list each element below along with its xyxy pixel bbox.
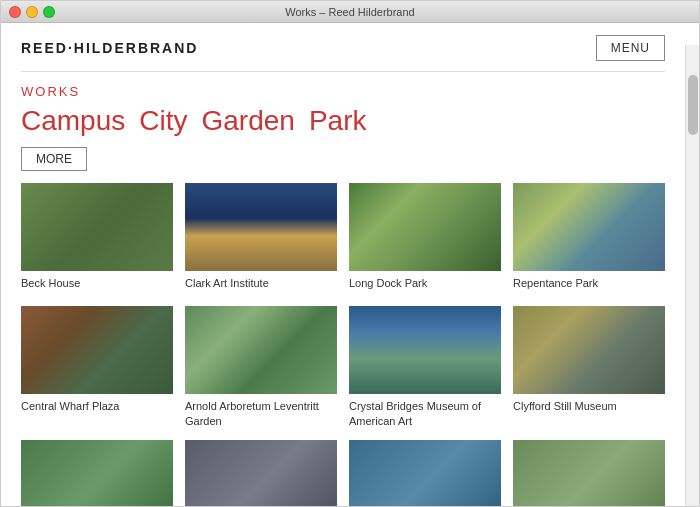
project-grid-row2: Central Wharf Plaza Arnold Arboretum Lev… [21,306,665,428]
project-item-repentance[interactable]: Repentance Park [513,183,665,290]
project-item-b2[interactable] [185,440,337,506]
project-image-beck [21,183,173,271]
project-item-clark[interactable]: Clark Art Institute [185,183,337,290]
title-bar: Works – Reed Hilderbrand [1,1,699,23]
project-item-beck[interactable]: Beck House [21,183,173,290]
project-item-b3[interactable] [349,440,501,506]
project-image-longdock [349,183,501,271]
project-image-clyfford [513,306,665,394]
more-button[interactable]: MORE [21,147,87,171]
category-city[interactable]: City [139,105,187,137]
project-item-crystal[interactable]: Crystal Bridges Museum of American Art [349,306,501,428]
project-image-repentance [513,183,665,271]
project-label-wharf: Central Wharf Plaza [21,399,173,413]
window-controls [9,6,55,18]
page-content: REED·HILDERBRAND MENU WORKS Campus City … [1,23,685,506]
project-label-repentance: Repentance Park [513,276,665,290]
site-header: REED·HILDERBRAND MENU [21,23,665,72]
project-item-longdock[interactable]: Long Dock Park [349,183,501,290]
project-image-b1 [21,440,173,506]
category-garden[interactable]: Garden [202,105,295,137]
project-label-beck: Beck House [21,276,173,290]
project-grid-row1: Beck House Clark Art Institute Long Dock… [21,183,665,290]
project-item-b4[interactable] [513,440,665,506]
works-label: WORKS [21,84,665,99]
maximize-button[interactable] [43,6,55,18]
project-image-arnold [185,306,337,394]
project-label-longdock: Long Dock Park [349,276,501,290]
project-item-b1[interactable] [21,440,173,506]
category-campus[interactable]: Campus [21,105,125,137]
site-logo: REED·HILDERBRAND [21,40,198,56]
minimize-button[interactable] [26,6,38,18]
project-label-arnold: Arnold Arboretum Leventritt Garden [185,399,337,428]
project-image-wharf [21,306,173,394]
category-park[interactable]: Park [309,105,367,137]
project-item-clyfford[interactable]: Clyfford Still Museum [513,306,665,428]
project-image-b4 [513,440,665,506]
project-item-wharf[interactable]: Central Wharf Plaza [21,306,173,428]
window-title: Works – Reed Hilderbrand [285,6,414,18]
project-label-crystal: Crystal Bridges Museum of American Art [349,399,501,428]
close-button[interactable] [9,6,21,18]
menu-button[interactable]: MENU [596,35,665,61]
project-image-crystal [349,306,501,394]
project-grid-row3 [21,440,665,506]
project-image-b3 [349,440,501,506]
main-window: Works – Reed Hilderbrand REED·HILDERBRAN… [0,0,700,507]
project-label-clyfford: Clyfford Still Museum [513,399,665,413]
project-item-arnold[interactable]: Arnold Arboretum Leventritt Garden [185,306,337,428]
category-nav: Campus City Garden Park [21,105,665,137]
project-label-clark: Clark Art Institute [185,276,337,290]
project-image-clark [185,183,337,271]
scrollbar-thumb[interactable] [688,75,698,135]
project-image-b2 [185,440,337,506]
scrollbar-track[interactable] [685,45,699,506]
